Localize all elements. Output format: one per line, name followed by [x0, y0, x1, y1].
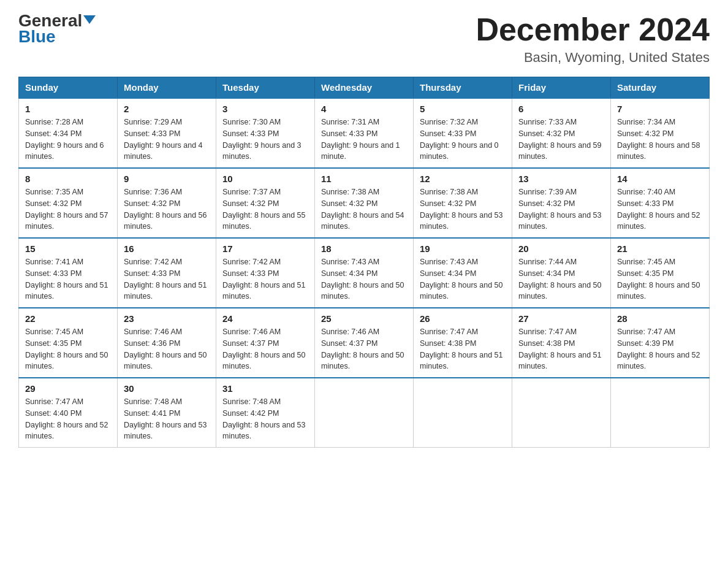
month-year-title: December 2024 — [476, 12, 710, 47]
calendar-cell: 7 Sunrise: 7:34 AM Sunset: 4:32 PM Dayli… — [611, 98, 710, 168]
col-thursday: Thursday — [414, 77, 512, 99]
day-number: 3 — [222, 104, 308, 114]
day-number: 25 — [321, 313, 407, 324]
col-friday: Friday — [512, 77, 611, 99]
calendar-body: 1 Sunrise: 7:28 AM Sunset: 4:34 PM Dayli… — [19, 98, 710, 448]
day-info: Sunrise: 7:34 AM Sunset: 4:32 PM Dayligh… — [617, 117, 703, 163]
day-number: 28 — [617, 313, 703, 324]
day-info: Sunrise: 7:45 AM Sunset: 4:35 PM Dayligh… — [617, 256, 703, 302]
day-number: 24 — [222, 313, 308, 324]
day-info: Sunrise: 7:35 AM Sunset: 4:32 PM Dayligh… — [25, 186, 111, 232]
day-number: 26 — [420, 313, 506, 324]
calendar-week-row: 1 Sunrise: 7:28 AM Sunset: 4:34 PM Dayli… — [19, 98, 710, 168]
calendar-cell: 29 Sunrise: 7:47 AM Sunset: 4:40 PM Dayl… — [19, 378, 118, 448]
day-number: 5 — [420, 104, 506, 114]
day-info: Sunrise: 7:46 AM Sunset: 4:37 PM Dayligh… — [321, 326, 407, 372]
day-info: Sunrise: 7:48 AM Sunset: 4:41 PM Dayligh… — [124, 396, 210, 442]
day-info: Sunrise: 7:32 AM Sunset: 4:33 PM Dayligh… — [420, 117, 506, 163]
day-number: 31 — [222, 383, 308, 394]
calendar-cell: 12 Sunrise: 7:38 AM Sunset: 4:32 PM Dayl… — [414, 168, 512, 238]
day-info: Sunrise: 7:29 AM Sunset: 4:33 PM Dayligh… — [124, 117, 210, 163]
calendar-cell: 17 Sunrise: 7:42 AM Sunset: 4:33 PM Dayl… — [216, 238, 315, 308]
day-number: 29 — [25, 383, 111, 394]
day-number: 30 — [124, 383, 210, 394]
logo-triangle-icon — [83, 15, 96, 24]
calendar-cell: 15 Sunrise: 7:41 AM Sunset: 4:33 PM Dayl… — [19, 238, 118, 308]
calendar-week-row: 22 Sunrise: 7:45 AM Sunset: 4:35 PM Dayl… — [19, 308, 710, 378]
day-number: 9 — [124, 174, 210, 184]
day-info: Sunrise: 7:36 AM Sunset: 4:32 PM Dayligh… — [124, 186, 210, 232]
calendar-cell: 1 Sunrise: 7:28 AM Sunset: 4:34 PM Dayli… — [19, 98, 118, 168]
calendar-cell: 2 Sunrise: 7:29 AM Sunset: 4:33 PM Dayli… — [118, 98, 216, 168]
day-info: Sunrise: 7:33 AM Sunset: 4:32 PM Dayligh… — [518, 117, 604, 163]
calendar-cell: 30 Sunrise: 7:48 AM Sunset: 4:41 PM Dayl… — [118, 378, 216, 448]
col-tuesday: Tuesday — [216, 77, 315, 99]
day-info: Sunrise: 7:46 AM Sunset: 4:37 PM Dayligh… — [222, 326, 308, 372]
day-info: Sunrise: 7:47 AM Sunset: 4:38 PM Dayligh… — [518, 326, 604, 372]
calendar-week-row: 8 Sunrise: 7:35 AM Sunset: 4:32 PM Dayli… — [19, 168, 710, 238]
day-number: 22 — [25, 313, 111, 324]
calendar-cell: 23 Sunrise: 7:46 AM Sunset: 4:36 PM Dayl… — [118, 308, 216, 378]
day-number: 20 — [518, 243, 604, 254]
calendar-cell: 14 Sunrise: 7:40 AM Sunset: 4:33 PM Dayl… — [611, 168, 710, 238]
day-number: 7 — [617, 104, 703, 114]
day-info: Sunrise: 7:28 AM Sunset: 4:34 PM Dayligh… — [25, 117, 111, 163]
day-info: Sunrise: 7:46 AM Sunset: 4:36 PM Dayligh… — [124, 326, 210, 372]
day-number: 2 — [124, 104, 210, 114]
day-number: 12 — [420, 174, 506, 184]
calendar-cell: 28 Sunrise: 7:47 AM Sunset: 4:39 PM Dayl… — [611, 308, 710, 378]
col-saturday: Saturday — [611, 77, 710, 99]
calendar-cell: 25 Sunrise: 7:46 AM Sunset: 4:37 PM Dayl… — [315, 308, 414, 378]
calendar-cell: 13 Sunrise: 7:39 AM Sunset: 4:32 PM Dayl… — [512, 168, 611, 238]
calendar-header: Sunday Monday Tuesday Wednesday Thursday… — [19, 77, 710, 99]
day-info: Sunrise: 7:47 AM Sunset: 4:40 PM Dayligh… — [25, 396, 111, 442]
day-number: 19 — [420, 243, 506, 254]
day-info: Sunrise: 7:38 AM Sunset: 4:32 PM Dayligh… — [420, 186, 506, 232]
day-info: Sunrise: 7:47 AM Sunset: 4:39 PM Dayligh… — [617, 326, 703, 372]
calendar-cell — [315, 378, 414, 448]
logo-blue: Blue — [18, 28, 56, 45]
calendar-cell: 22 Sunrise: 7:45 AM Sunset: 4:35 PM Dayl… — [19, 308, 118, 378]
day-number: 17 — [222, 243, 308, 254]
day-info: Sunrise: 7:42 AM Sunset: 4:33 PM Dayligh… — [124, 256, 210, 302]
calendar-cell: 8 Sunrise: 7:35 AM Sunset: 4:32 PM Dayli… — [19, 168, 118, 238]
day-number: 21 — [617, 243, 703, 254]
day-info: Sunrise: 7:45 AM Sunset: 4:35 PM Dayligh… — [25, 326, 111, 372]
day-number: 4 — [321, 104, 407, 114]
day-number: 6 — [518, 104, 604, 114]
calendar-cell — [611, 378, 710, 448]
day-info: Sunrise: 7:39 AM Sunset: 4:32 PM Dayligh… — [518, 186, 604, 232]
col-wednesday: Wednesday — [315, 77, 414, 99]
day-info: Sunrise: 7:38 AM Sunset: 4:32 PM Dayligh… — [321, 186, 407, 232]
calendar-cell: 6 Sunrise: 7:33 AM Sunset: 4:32 PM Dayli… — [512, 98, 611, 168]
calendar-cell: 20 Sunrise: 7:44 AM Sunset: 4:34 PM Dayl… — [512, 238, 611, 308]
day-info: Sunrise: 7:30 AM Sunset: 4:33 PM Dayligh… — [222, 117, 308, 163]
day-number: 13 — [518, 174, 604, 184]
calendar-cell: 26 Sunrise: 7:47 AM Sunset: 4:38 PM Dayl… — [414, 308, 512, 378]
day-number: 16 — [124, 243, 210, 254]
header-row: Sunday Monday Tuesday Wednesday Thursday… — [19, 77, 710, 99]
calendar-cell: 9 Sunrise: 7:36 AM Sunset: 4:32 PM Dayli… — [118, 168, 216, 238]
title-area: December 2024 Basin, Wyoming, United Sta… — [476, 12, 710, 66]
day-number: 18 — [321, 243, 407, 254]
day-info: Sunrise: 7:31 AM Sunset: 4:33 PM Dayligh… — [321, 117, 407, 163]
calendar-cell: 4 Sunrise: 7:31 AM Sunset: 4:33 PM Dayli… — [315, 98, 414, 168]
day-info: Sunrise: 7:37 AM Sunset: 4:32 PM Dayligh… — [222, 186, 308, 232]
day-info: Sunrise: 7:41 AM Sunset: 4:33 PM Dayligh… — [25, 256, 111, 302]
day-info: Sunrise: 7:44 AM Sunset: 4:34 PM Dayligh… — [518, 256, 604, 302]
calendar-cell: 19 Sunrise: 7:43 AM Sunset: 4:34 PM Dayl… — [414, 238, 512, 308]
day-number: 27 — [518, 313, 604, 324]
calendar-cell: 3 Sunrise: 7:30 AM Sunset: 4:33 PM Dayli… — [216, 98, 315, 168]
col-monday: Monday — [118, 77, 216, 99]
calendar-cell: 16 Sunrise: 7:42 AM Sunset: 4:33 PM Dayl… — [118, 238, 216, 308]
day-info: Sunrise: 7:42 AM Sunset: 4:33 PM Dayligh… — [222, 256, 308, 302]
day-number: 8 — [25, 174, 111, 184]
calendar-cell — [512, 378, 611, 448]
calendar-week-row: 29 Sunrise: 7:47 AM Sunset: 4:40 PM Dayl… — [19, 378, 710, 448]
day-info: Sunrise: 7:43 AM Sunset: 4:34 PM Dayligh… — [420, 256, 506, 302]
day-number: 23 — [124, 313, 210, 324]
day-info: Sunrise: 7:47 AM Sunset: 4:38 PM Dayligh… — [420, 326, 506, 372]
day-number: 10 — [222, 174, 308, 184]
calendar-cell — [414, 378, 512, 448]
day-number: 14 — [617, 174, 703, 184]
